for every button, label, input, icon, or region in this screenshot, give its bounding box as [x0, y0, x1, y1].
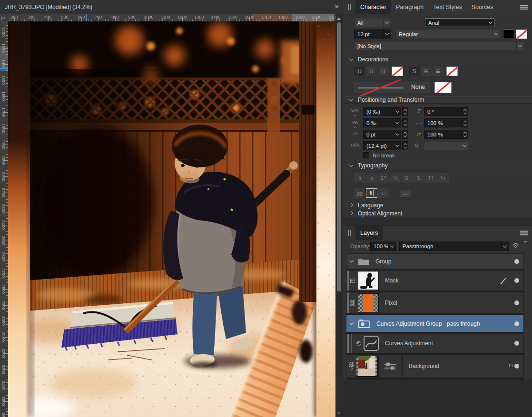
leading-input[interactable]: (12.4 pt)	[363, 141, 401, 150]
kerning-input[interactable]: (0 ‰)	[363, 107, 401, 116]
more-typography-button[interactable]: …	[400, 190, 411, 197]
font-size-select[interactable]: 12 pt	[354, 29, 391, 39]
blend-mode-select[interactable]: Passthrough	[399, 242, 509, 251]
text-fill-color-swatch[interactable]	[503, 29, 514, 39]
shear-input[interactable]: 0 °	[424, 107, 462, 116]
visibility-dot[interactable]	[514, 364, 519, 369]
canvas[interactable]	[8, 21, 335, 417]
kerning-stepper[interactable]	[402, 107, 408, 116]
panel-drag-grip[interactable]	[348, 230, 349, 236]
visibility-dot[interactable]	[514, 321, 519, 326]
strikethrough-none-button[interactable]: S	[409, 67, 420, 76]
document-tab-title[interactable]: JRR_3793.JPG [Modified] (34.2%)	[5, 4, 92, 10]
superscript-button[interactable]: S˙	[402, 173, 413, 183]
visibility-dot[interactable]	[514, 301, 519, 305]
mask-thumbnail[interactable]	[358, 271, 379, 290]
tracking-input[interactable]: 0 ‰	[363, 118, 401, 127]
tab-sources[interactable]: Sources	[467, 0, 498, 14]
font-collection-select[interactable]: All	[354, 18, 391, 27]
layer-row-background[interactable]: Background	[346, 354, 524, 378]
subscript-button[interactable]: S.	[414, 173, 425, 183]
close-icon[interactable]: ×	[333, 3, 341, 10]
layer-row-pixel[interactable]: Pixel	[346, 292, 524, 314]
vertical-scale-input[interactable]: 100 %	[424, 130, 462, 139]
show-ligatures-button[interactable]: fi	[366, 188, 377, 198]
fractions-button[interactable]: ½	[390, 173, 401, 183]
section-positioning[interactable]: Positioning and Transform	[343, 96, 532, 104]
visibility-dot[interactable]	[514, 259, 519, 264]
section-optical-alignment[interactable]: Optical Alignment	[343, 210, 532, 217]
underline-color-none-swatch[interactable]	[392, 67, 403, 76]
strikethrough-color-none-swatch[interactable]	[446, 67, 458, 76]
ruler-tick-label: 2100	[329, 15, 335, 19]
tab-paragraph[interactable]: Paragraph	[391, 0, 428, 14]
layers-panel-tab-bar: Layers	[343, 226, 532, 240]
panel-menu-icon[interactable]	[520, 231, 528, 235]
mask-indicator-icon[interactable]	[350, 279, 355, 283]
small-caps-button[interactable]: Tᴛ	[437, 173, 449, 183]
alternates-button[interactable]: a	[366, 173, 377, 183]
ordinals-button[interactable]: 1ˢᵗ	[378, 173, 389, 183]
layer-row-curves-adjustment-group[interactable]: Curves Adjustment Group - pass through	[346, 315, 524, 332]
strikethrough-single-button[interactable]: S	[421, 67, 432, 76]
contextual-alternates-button[interactable]: U	[378, 188, 389, 198]
baseline-stepper[interactable]	[402, 130, 408, 139]
no-break-checkbox[interactable]	[363, 152, 369, 158]
leading-stepper[interactable]	[402, 141, 408, 150]
opacity-select[interactable]: 100 %	[370, 242, 396, 251]
layer-row-group[interactable]: Group	[346, 253, 524, 269]
vertical-scrollbar[interactable]	[335, 14, 343, 417]
opacity-label: Opacity:	[350, 243, 370, 249]
font-name-select[interactable]: Arial	[425, 18, 494, 27]
scroll-down-arrow-icon[interactable]	[337, 412, 341, 415]
pixel-thumbnail[interactable]	[358, 293, 379, 312]
horizontal-scale-input[interactable]: 100 %	[424, 118, 462, 127]
chevron-right-icon[interactable]	[349, 367, 353, 370]
ruler-tick-label: 1600	[1, 91, 6, 101]
text-style-select[interactable]: [No Style]	[354, 41, 524, 50]
background-thumbnail[interactable]	[356, 356, 378, 377]
ligatures-button[interactable]: fi	[354, 173, 365, 183]
underline-single-button[interactable]: U	[366, 67, 377, 76]
gear-icon[interactable]: ⚙	[512, 242, 519, 249]
ruler-tick-label: 3200	[1, 349, 6, 358]
all-caps-button[interactable]: TT	[425, 173, 437, 183]
section-decorations[interactable]: Decorations	[343, 56, 532, 63]
chevron-down-icon	[349, 163, 353, 167]
visibility-dot[interactable]	[514, 341, 519, 346]
layer-row-curves-adjustment[interactable]: Curves Adjustment	[346, 333, 524, 353]
tab-text-styles[interactable]: Text Styles	[428, 0, 466, 14]
shear-stepper[interactable]	[462, 107, 468, 116]
style-select[interactable]	[424, 141, 468, 150]
section-typography[interactable]: Typography	[343, 162, 532, 169]
expand-chevron-icon[interactable]	[350, 321, 354, 325]
vertical-scale-stepper[interactable]	[462, 130, 468, 139]
font-style-select[interactable]: Regular	[395, 29, 500, 39]
tab-character[interactable]: Character	[355, 0, 391, 14]
scrollbar-thumb[interactable]	[337, 22, 341, 291]
panel-menu-icon[interactable]	[520, 5, 528, 10]
expand-chevron-icon[interactable]	[350, 259, 354, 262]
horizontal-scale-stepper[interactable]	[462, 118, 468, 127]
panel-splitter[interactable]	[343, 218, 532, 226]
section-language[interactable]: Language	[343, 202, 532, 209]
stroke-style-button[interactable]: None	[354, 82, 430, 93]
stroke-color-none-swatch[interactable]	[434, 82, 452, 93]
vertical-scale-icon: ↕T	[414, 132, 424, 136]
swashes-button[interactable]: gg	[354, 188, 365, 198]
transparency-icon[interactable]	[350, 300, 355, 306]
strikethrough-double-button[interactable]: S	[433, 67, 443, 76]
tab-layers[interactable]: Layers	[355, 226, 383, 240]
visibility-dot[interactable]	[514, 278, 519, 283]
ruler-tick-label: 2500	[1, 236, 6, 245]
underline-double-button[interactable]: U	[378, 67, 389, 76]
text-stroke-none-swatch[interactable]	[516, 29, 527, 39]
panel-drag-grip[interactable]	[348, 4, 349, 10]
layer-row-mask[interactable]: Mask	[346, 270, 524, 291]
baseline-input[interactable]: 0 pt	[363, 130, 401, 139]
adjustment-toggle-icon[interactable]	[356, 341, 361, 346]
underline-none-button[interactable]: U	[354, 67, 365, 76]
tracking-stepper[interactable]	[402, 118, 408, 127]
scroll-up-arrow-icon[interactable]	[337, 17, 341, 20]
curves-thumbnail[interactable]	[364, 336, 379, 351]
